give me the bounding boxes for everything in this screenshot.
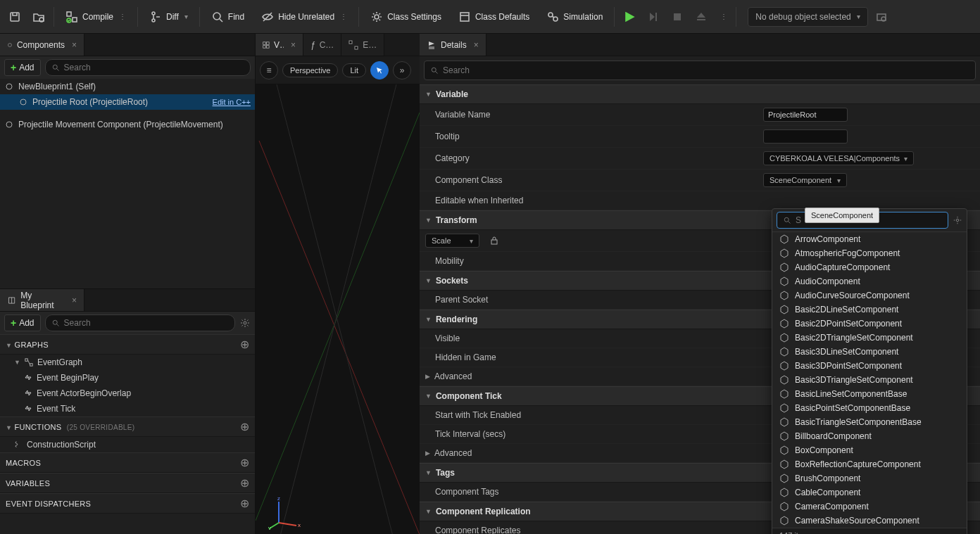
browse-button[interactable]	[28, 5, 49, 29]
play-options-button[interactable]: ⋮	[715, 5, 731, 29]
class-defaults-button[interactable]: Class Defaults	[451, 5, 536, 29]
components-search-input[interactable]	[64, 63, 244, 72]
event-node-item[interactable]: Event Tick	[0, 401, 255, 417]
component-type-icon	[779, 431, 789, 441]
dropdown-item[interactable]: BillboardComponent	[772, 429, 967, 443]
dropdown-item[interactable]: AtmosphericFogComponent	[772, 246, 967, 260]
event-graph-item[interactable]: ▼ EventGraph	[0, 355, 255, 370]
dropdown-item[interactable]: AudioCaptureComponent	[772, 260, 967, 274]
viewport-3d[interactable]: z x y	[256, 84, 420, 534]
add-function-button[interactable]: ⊕	[240, 420, 249, 433]
dropdown-list[interactable]: ArrowComponentAtmosphericFogComponentAud…	[772, 232, 967, 528]
dropdown-item[interactable]: AudioComponent	[772, 274, 967, 288]
collapse-icon: ▼	[425, 316, 432, 323]
component-tree-row[interactable]: NewBlueprint1 (Self)	[0, 79, 255, 94]
add-variable-button[interactable]: ⊕	[240, 476, 249, 490]
close-icon[interactable]: ×	[72, 295, 77, 305]
dropdown-item[interactable]: Basic3DPointSetComponent	[772, 359, 967, 373]
viewport-menu-button[interactable]: ≡	[260, 61, 278, 80]
event-node-item[interactable]: Event BeginPlay	[0, 370, 255, 386]
tab-components[interactable]: Components ×	[0, 34, 84, 56]
components-search[interactable]	[45, 59, 251, 76]
perspective-select[interactable]: Perspective	[282, 63, 338, 77]
select-tool-button[interactable]	[370, 61, 389, 80]
stop-button[interactable]	[667, 5, 688, 29]
locate-debug-button[interactable]	[871, 5, 892, 29]
scale-select[interactable]: Scale▾	[425, 234, 479, 248]
step-button[interactable]	[643, 5, 664, 29]
svg-point-60	[956, 219, 959, 222]
graph-icon	[25, 358, 33, 367]
graphs-header[interactable]: ▼ GRAPHS ⊕	[0, 334, 255, 355]
dropdown-item[interactable]: BasicLineSetComponentBase	[772, 387, 967, 401]
hide-unrelated-button[interactable]: Hide Unrelated ⋮	[254, 5, 354, 29]
save-button[interactable]	[4, 5, 25, 29]
compile-button[interactable]: Compile ⋮	[58, 5, 133, 29]
lit-select[interactable]: Lit	[342, 63, 366, 77]
component-class-select[interactable]: SceneComponent▾	[763, 173, 847, 187]
dropdown-item[interactable]: Basic2DTriangleSetComponent	[772, 331, 967, 345]
svg-rect-42	[355, 46, 358, 49]
dropdown-item[interactable]: BasicPointSetComponentBase	[772, 401, 967, 415]
dropdown-item[interactable]: BoxReflectionCaptureComponent	[772, 457, 967, 471]
add-graph-button[interactable]: ⊕	[240, 338, 249, 351]
dropdown-item[interactable]: Basic3DLineSetComponent	[772, 345, 967, 359]
component-type-icon	[779, 291, 789, 300]
close-icon[interactable]: ×	[474, 40, 479, 50]
macros-header[interactable]: MACROS ⊕	[0, 452, 255, 473]
debug-object-select[interactable]: No debug object selected ▾	[748, 7, 867, 27]
dropdown-settings-icon[interactable]	[953, 215, 962, 225]
tab-details[interactable]: Details ×	[420, 34, 486, 56]
dropdown-item[interactable]: CameraShakeSourceComponent	[772, 514, 967, 528]
event-graph-label: EventGraph	[37, 357, 82, 367]
dropdown-item[interactable]: CableComponent	[772, 485, 967, 500]
add-bp-button[interactable]: + Add	[4, 314, 41, 331]
dropdown-item[interactable]: BrushComponent	[772, 471, 967, 485]
tab-event-label: E…	[363, 40, 377, 50]
event-node-item[interactable]: Event ActorBeginOverlap	[0, 386, 255, 401]
component-tree-row[interactable]: Projectile Movement Component (Projectil…	[0, 117, 255, 132]
tab-viewport[interactable]: V… ×	[256, 34, 303, 56]
lock-icon[interactable]	[489, 236, 499, 246]
more-tools-button[interactable]: »	[393, 61, 411, 80]
tab-event-graph[interactable]: E…	[341, 34, 384, 56]
details-search-input[interactable]	[443, 65, 969, 75]
property-value-input[interactable]	[763, 129, 848, 144]
add-dispatcher-button[interactable]: ⊕	[240, 497, 249, 510]
dropdown-item[interactable]: ArrowComponent	[772, 232, 967, 246]
add-component-button[interactable]: + Add	[4, 59, 41, 76]
dropdown-item[interactable]: AudioCurveSourceComponent	[772, 288, 967, 303]
dropdown-item[interactable]: Basic3DTriangleSetComponent	[772, 373, 967, 387]
dropdown-item[interactable]: BasicTriangleSetComponentBase	[772, 415, 967, 429]
dropdown-item[interactable]: Basic2DLineSetComponent	[772, 303, 967, 317]
section-header[interactable]: ▼Variable	[420, 84, 980, 104]
play-button[interactable]	[619, 5, 640, 29]
settings-icon[interactable]	[239, 317, 251, 329]
close-icon[interactable]: ×	[291, 40, 296, 50]
dropdown-item[interactable]: CameraComponent	[772, 500, 967, 514]
svg-line-36	[27, 360, 30, 365]
functions-header[interactable]: ▼ FUNCTIONS (25 OVERRIDABLE) ⊕	[0, 417, 255, 437]
add-macro-button[interactable]: ⊕	[240, 456, 249, 469]
eject-button[interactable]	[691, 5, 712, 29]
class-settings-button[interactable]: Class Settings	[363, 5, 448, 29]
component-tree-row[interactable]: Projectile Root (ProjectileRoot)Edit in …	[0, 94, 255, 110]
diff-button[interactable]: Diff ▾	[142, 5, 195, 29]
property-value-input[interactable]: ProjectileRoot	[763, 108, 848, 122]
simulation-button[interactable]: Simulation	[539, 5, 610, 29]
property-value-select[interactable]: CYBERKOALA VELESA|Components▾	[763, 151, 914, 165]
mybp-search-input[interactable]	[64, 318, 229, 328]
svg-rect-40	[267, 45, 270, 48]
tab-construction[interactable]: ƒ C…	[303, 34, 341, 56]
variables-header[interactable]: VARIABLES ⊕	[0, 473, 255, 493]
close-icon[interactable]: ×	[72, 40, 77, 50]
details-search[interactable]	[424, 61, 976, 80]
find-button[interactable]: Find	[204, 5, 251, 29]
tab-my-blueprint[interactable]: My Blueprint ×	[0, 289, 84, 311]
dropdown-item[interactable]: Basic2DPointSetComponent	[772, 317, 967, 331]
dropdown-item[interactable]: BoxComponent	[772, 443, 967, 457]
dispatchers-header[interactable]: EVENT DISPATCHERS ⊕	[0, 493, 255, 514]
construction-script-item[interactable]: ConstructionScript	[0, 437, 255, 452]
edit-in-cpp-link[interactable]: Edit in C++	[213, 98, 251, 106]
mybp-search[interactable]	[45, 314, 235, 331]
